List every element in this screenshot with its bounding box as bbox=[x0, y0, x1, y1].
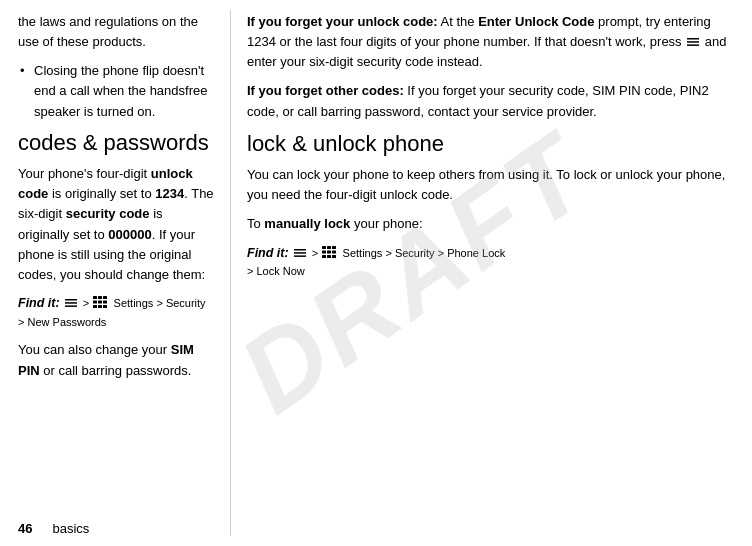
svg-rect-13 bbox=[687, 41, 699, 43]
codes-passwords-heading: codes & passwords bbox=[18, 130, 214, 156]
lock-body-2: To manually lock your phone: bbox=[247, 214, 734, 234]
svg-rect-18 bbox=[322, 246, 326, 249]
forget-code-paragraph: If you forget your unlock code: At the E… bbox=[247, 12, 734, 72]
left-column: the laws and regulations on the use of t… bbox=[0, 0, 230, 546]
svg-rect-0 bbox=[65, 299, 77, 301]
svg-rect-2 bbox=[65, 305, 77, 307]
enter-unlock-code-bold: Enter Unlock Code bbox=[478, 14, 594, 29]
svg-rect-14 bbox=[687, 45, 699, 47]
menu-icon bbox=[64, 295, 78, 305]
intro-paragraph: the laws and regulations on the use of t… bbox=[18, 12, 214, 52]
menu-icon-2 bbox=[686, 33, 700, 43]
svg-rect-16 bbox=[294, 252, 306, 254]
find-it-2-label: Find it: bbox=[247, 246, 289, 260]
forget-code-heading: If you forget your unlock code: bbox=[247, 14, 438, 29]
bullet-list: Closing the phone flip doesn't end a cal… bbox=[18, 61, 214, 121]
settings-icon-2 bbox=[322, 245, 338, 257]
settings-icon bbox=[93, 295, 109, 307]
1234-bold: 1234 bbox=[155, 186, 184, 201]
page-container: DRAFT the laws and regulations on the us… bbox=[0, 0, 752, 546]
svg-rect-21 bbox=[322, 250, 326, 253]
000000-bold: 000000 bbox=[108, 227, 151, 242]
svg-rect-24 bbox=[322, 255, 326, 258]
svg-rect-10 bbox=[98, 305, 102, 308]
svg-rect-6 bbox=[93, 300, 97, 303]
svg-rect-22 bbox=[327, 250, 331, 253]
svg-rect-15 bbox=[294, 249, 306, 251]
find-it-lock: Find it: > bbox=[247, 244, 734, 282]
right-column: If you forget your unlock code: At the E… bbox=[231, 0, 752, 546]
forget-other-paragraph: If you forget other codes: If you forget… bbox=[247, 81, 734, 121]
page-footer: 46 basics bbox=[18, 521, 89, 536]
find-it-security: Find it: > bbox=[18, 294, 214, 332]
svg-rect-9 bbox=[93, 305, 97, 308]
svg-rect-5 bbox=[103, 296, 107, 299]
security-code-bold: security code bbox=[66, 206, 150, 221]
list-item: Closing the phone flip doesn't end a cal… bbox=[18, 61, 214, 121]
manually-lock-bold: manually lock bbox=[264, 216, 350, 231]
svg-rect-17 bbox=[294, 255, 306, 257]
lock-unlock-heading: lock & unlock phone bbox=[247, 131, 734, 157]
find-it-label: Find it: bbox=[18, 296, 60, 310]
svg-rect-19 bbox=[327, 246, 331, 249]
svg-rect-8 bbox=[103, 300, 107, 303]
svg-rect-12 bbox=[687, 38, 699, 40]
svg-rect-7 bbox=[98, 300, 102, 303]
svg-rect-23 bbox=[332, 250, 336, 253]
page-number: 46 bbox=[18, 521, 32, 536]
svg-rect-4 bbox=[98, 296, 102, 299]
svg-rect-26 bbox=[332, 255, 336, 258]
svg-rect-1 bbox=[65, 302, 77, 304]
codes-body-paragraph: Your phone's four-digit unlock code is o… bbox=[18, 164, 214, 285]
svg-rect-11 bbox=[103, 305, 107, 308]
footer-section-label: basics bbox=[52, 521, 89, 536]
svg-rect-3 bbox=[93, 296, 97, 299]
forget-other-heading: If you forget other codes: bbox=[247, 83, 404, 98]
svg-rect-20 bbox=[332, 246, 336, 249]
lock-body-1: You can lock your phone to keep others f… bbox=[247, 165, 734, 205]
svg-rect-25 bbox=[327, 255, 331, 258]
menu-icon-3 bbox=[293, 245, 307, 255]
sim-pin-paragraph: You can also change your SIM PIN or call… bbox=[18, 340, 214, 380]
